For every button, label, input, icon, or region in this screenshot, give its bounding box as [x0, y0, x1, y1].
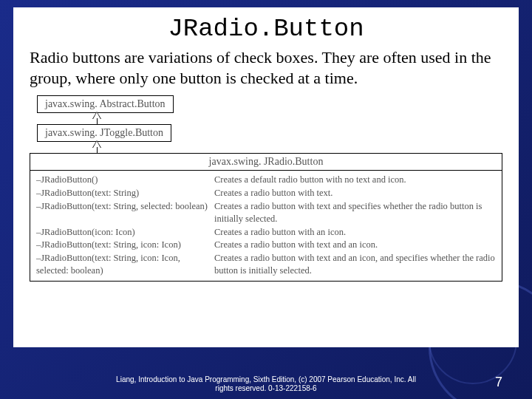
constructor-sig: –JRadioButton(icon: Icon)	[36, 226, 210, 239]
constructor-row: –JRadioButton(text: String, icon: Icon) …	[36, 239, 496, 251]
constructor-row: –JRadioButton(text: String) Creates a ra…	[36, 187, 496, 200]
footer-line2: rights reserved. 0-13-222158-6	[215, 384, 316, 392]
class-jtogglebutton: javax.swing. JToggle.Button	[37, 124, 171, 142]
inheritance-line	[97, 147, 98, 153]
constructor-sig: –JRadioButton()	[36, 174, 210, 186]
constructor-sig: –JRadioButton(text: String, selected: bo…	[36, 200, 210, 213]
footer-line1: Liang, Introduction to Java Programming,…	[116, 375, 416, 383]
inheritance-line	[97, 118, 98, 124]
class-jradiobutton-header: javax.swing. JRadio.Button	[30, 154, 502, 171]
footer-citation: Liang, Introduction to Java Programming,…	[0, 375, 532, 393]
constructor-desc: Creates a radio button with text and an …	[210, 252, 496, 277]
intro-text: Radio buttons are variations of check bo…	[30, 47, 502, 88]
constructor-list: –JRadioButton() Creates a default radio …	[30, 171, 502, 281]
class-abstractbutton: javax.swing. Abstract.Button	[37, 95, 174, 113]
constructor-sig: –JRadioButton(text: String, icon: Icon)	[36, 239, 210, 251]
constructor-desc: Creates a radio button with text and spe…	[210, 200, 496, 225]
constructor-row: –JRadioButton(text: String, icon: Icon, …	[36, 252, 496, 277]
slide-content: JRadio.Button Radio buttons are variatio…	[13, 7, 519, 347]
slide-title: JRadio.Button	[30, 15, 502, 43]
class-jradiobutton-box: javax.swing. JRadio.Button –JRadioButton…	[30, 153, 502, 282]
constructor-desc: Creates a radio button with text and an …	[210, 239, 496, 251]
page-number: 7	[495, 375, 502, 390]
constructor-row: –JRadioButton() Creates a default radio …	[36, 174, 496, 186]
constructor-desc: Creates a radio button with an icon.	[210, 226, 496, 239]
constructor-sig: –JRadioButton(text: String)	[36, 187, 210, 200]
constructor-row: –JRadioButton(text: String, selected: bo…	[36, 200, 496, 225]
constructor-desc: Creates a default radio button with no t…	[210, 174, 496, 186]
uml-diagram: javax.swing. Abstract.Button javax.swing…	[30, 95, 502, 332]
constructor-row: –JRadioButton(icon: Icon) Creates a radi…	[36, 226, 496, 239]
constructor-desc: Creates a radio button with text.	[210, 187, 496, 200]
constructor-sig: –JRadioButton(text: String, icon: Icon, …	[36, 252, 210, 277]
